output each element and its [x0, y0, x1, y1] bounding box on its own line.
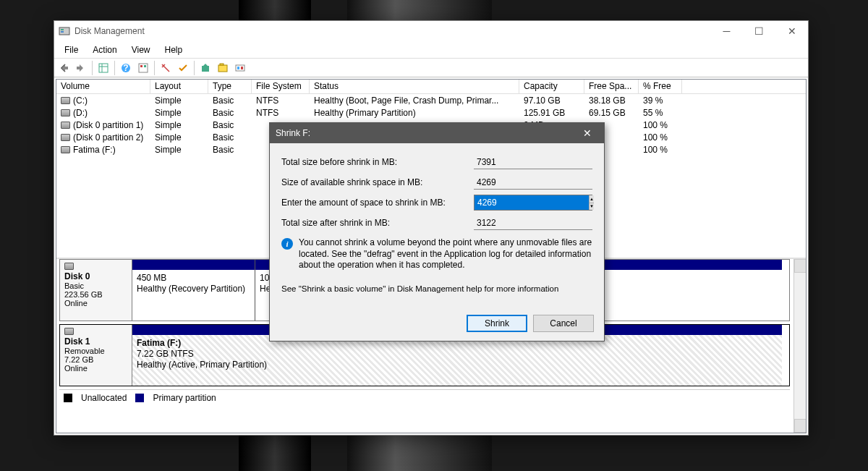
volume-row[interactable]: (C:) Simple Basic NTFS Healthy (Boot, Pa… — [56, 94, 806, 106]
toolbar-icon-7[interactable] — [232, 60, 248, 76]
svg-rect-12 — [218, 65, 227, 72]
forward-button[interactable] — [73, 60, 89, 76]
svg-rect-1 — [61, 29, 64, 30]
svg-text:?: ? — [123, 63, 128, 73]
minimize-button[interactable]: ─ — [710, 21, 743, 41]
legend-unallocated-swatch — [64, 394, 72, 402]
disk-icon — [61, 146, 70, 153]
col-pctfree[interactable]: % Free — [639, 80, 682, 93]
total-before-label: Total size before shrink in MB: — [281, 157, 474, 167]
menu-help[interactable]: Help — [158, 43, 190, 57]
app-icon — [59, 25, 70, 37]
legend: Unallocated Primary partition — [59, 389, 790, 405]
shrink-dialog: Shrink F: ✕ Total size before shrink in … — [269, 122, 605, 341]
toolbar-icon-1[interactable] — [95, 60, 111, 76]
col-capacity[interactable]: Capacity — [519, 80, 584, 93]
dialog-titlebar: Shrink F: ✕ — [270, 123, 604, 143]
svg-rect-13 — [220, 64, 224, 65]
partition[interactable]: 450 MBHealthy (Recovery Partition) — [132, 260, 255, 321]
svg-rect-2 — [61, 31, 64, 33]
svg-rect-16 — [241, 67, 243, 69]
volume-header: Volume Layout Type File System Status Ca… — [56, 80, 806, 94]
total-before-field — [474, 155, 592, 169]
titlebar: Disk Management ─ ☐ ✕ — [54, 21, 808, 41]
total-after-field — [474, 216, 592, 230]
col-freespace[interactable]: Free Spa... — [584, 80, 639, 93]
legend-primary-label: Primary partition — [153, 393, 216, 403]
spin-up-icon[interactable]: ▲ — [590, 195, 594, 203]
toolbar-icon-2[interactable] — [135, 60, 151, 76]
col-volume[interactable]: Volume — [56, 80, 150, 93]
menu-file[interactable]: File — [57, 43, 85, 57]
svg-rect-8 — [139, 64, 148, 72]
toolbar-icon-3[interactable] — [158, 60, 174, 76]
info-icon: i — [281, 238, 293, 250]
menu-view[interactable]: View — [124, 43, 158, 57]
window-title: Disk Management — [75, 26, 710, 36]
back-button[interactable] — [56, 60, 72, 76]
help-text: See "Shrink a basic volume" in Disk Mana… — [281, 284, 592, 293]
total-after-label: Total size after shrink in MB: — [281, 218, 474, 228]
col-filesystem[interactable]: File System — [252, 80, 310, 93]
disk-icon — [64, 328, 74, 335]
svg-rect-9 — [140, 65, 142, 67]
dialog-title: Shrink F: — [276, 128, 576, 138]
info-text: You cannot shrink a volume beyond the po… — [299, 237, 592, 271]
disk-icon — [61, 134, 70, 141]
svg-rect-14 — [236, 65, 244, 71]
menubar: File Action View Help — [54, 41, 808, 59]
amount-label: Enter the amount of space to shrink in M… — [281, 198, 474, 208]
legend-primary-swatch — [135, 394, 144, 402]
disk-icon — [61, 122, 70, 129]
toolbar-icon-4[interactable] — [175, 60, 191, 76]
shrink-button[interactable]: Shrink — [467, 315, 527, 332]
close-button[interactable]: ✕ — [775, 21, 808, 41]
svg-rect-3 — [99, 64, 108, 72]
svg-rect-15 — [237, 67, 239, 69]
disk-icon — [64, 263, 74, 270]
toolbar-icon-5[interactable] — [197, 60, 213, 76]
scrollbar[interactable] — [793, 259, 806, 433]
toolbar-icon-6[interactable] — [215, 60, 231, 76]
col-layout[interactable]: Layout — [150, 80, 208, 93]
disk-icon — [61, 109, 70, 116]
available-field — [474, 175, 592, 190]
help-icon[interactable]: ? — [118, 60, 134, 76]
menu-action[interactable]: Action — [85, 43, 124, 57]
volume-row[interactable]: (D:) Simple Basic NTFS Healthy (Primary … — [56, 106, 806, 119]
col-status[interactable]: Status — [310, 80, 519, 93]
disk-icon — [61, 97, 70, 104]
amount-spinner[interactable]: ▲▼ — [589, 195, 594, 210]
cancel-button[interactable]: Cancel — [533, 315, 594, 332]
legend-unallocated-label: Unallocated — [81, 393, 127, 403]
svg-rect-10 — [144, 65, 146, 67]
toolbar: ? — [54, 59, 808, 77]
dialog-close-button[interactable]: ✕ — [576, 125, 598, 141]
svg-rect-11 — [202, 66, 209, 72]
spin-down-icon[interactable]: ▼ — [590, 203, 594, 211]
available-label: Size of available shrink space in MB: — [281, 177, 474, 187]
amount-input[interactable] — [475, 195, 589, 210]
maximize-button[interactable]: ☐ — [743, 21, 775, 41]
col-type[interactable]: Type — [208, 80, 252, 93]
